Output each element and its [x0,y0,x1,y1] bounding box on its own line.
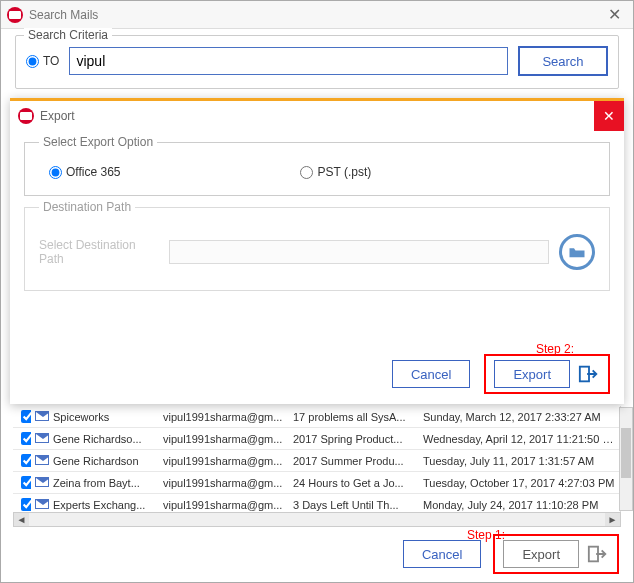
table-row[interactable]: Experts Exchang...vipul1991sharma@gm...3… [13,494,620,513]
office365-label: Office 365 [66,165,120,179]
dialog-titlebar: Export ✕ [10,101,624,131]
table-row[interactable]: Gene Richardsonvipul1991sharma@gm...2017… [13,450,620,472]
scroll-right-icon[interactable]: ► [605,513,620,526]
mail-icon [35,411,49,421]
table-row[interactable]: Gene Richardso...vipul1991sharma@gm...20… [13,428,620,450]
dialog-close-icon[interactable]: ✕ [594,101,624,131]
pst-radio[interactable]: PST (.pst) [300,165,371,179]
cell-to: vipul1991sharma@gm... [159,472,289,494]
cell-subject: 3 Days Left Until Th... [289,494,419,513]
horizontal-scrollbar[interactable]: ◄ ► [13,512,621,527]
window-title: Search Mails [29,8,98,22]
cell-to: vipul1991sharma@gm... [159,494,289,513]
vertical-scrollbar[interactable] [619,407,633,511]
mail-icon [35,477,49,487]
row-checkbox[interactable] [21,498,31,511]
row-checkbox[interactable] [21,410,31,423]
export-icon [587,543,609,565]
app-icon [7,7,23,23]
row-checkbox[interactable] [21,432,31,445]
row-checkbox[interactable] [21,454,31,467]
mail-icon [35,455,49,465]
cell-subject: 2017 Summer Produ... [289,450,419,472]
destination-input[interactable] [169,240,549,264]
cell-from: Experts Exchang... [49,494,159,513]
footer: Cancel Export [1,534,633,574]
cell-date: Tuesday, October 17, 2017 4:27:03 PM [419,472,620,494]
dialog-footer: Cancel Export [392,354,610,394]
mail-icon [35,433,49,443]
destination-label: Select Destination Path [39,238,159,266]
row-checkbox[interactable] [21,476,31,489]
step2-highlight: Export [484,354,610,394]
table-row[interactable]: Zeina from Bayt...vipul1991sharma@gm...2… [13,472,620,494]
criteria-legend: Search Criteria [24,28,112,42]
export-option-group: Select Export Option Office 365 PST (.ps… [24,135,610,196]
cell-subject: 24 Hours to Get a Jo... [289,472,419,494]
cell-from: Zeina from Bayt... [49,472,159,494]
dialog-cancel-button[interactable]: Cancel [392,360,470,388]
cell-date: Tuesday, July 11, 2017 1:31:57 AM [419,450,620,472]
office365-radio[interactable]: Office 365 [49,165,120,179]
export-button[interactable]: Export [503,540,579,568]
dialog-export-button[interactable]: Export [494,360,570,388]
office365-radio-input[interactable] [49,166,62,179]
to-radio-input[interactable] [26,55,39,68]
browse-folder-icon[interactable] [559,234,595,270]
destination-legend: Destination Path [39,200,135,214]
export-dialog: Export ✕ Select Export Option Office 365… [10,98,624,404]
cell-subject: 2017 Spring Product... [289,428,419,450]
cell-to: vipul1991sharma@gm... [159,428,289,450]
step1-highlight: Export [493,534,619,574]
cell-from: Gene Richardso... [49,428,159,450]
cell-subject: 17 problems all SysA... [289,406,419,428]
destination-path-group: Destination Path Select Destination Path [24,200,610,291]
cell-date: Sunday, March 12, 2017 2:33:27 AM [419,406,620,428]
search-button[interactable]: Search [518,46,608,76]
cancel-button[interactable]: Cancel [403,540,481,568]
mail-icon [35,499,49,509]
cell-date: Monday, July 24, 2017 11:10:28 PM [419,494,620,513]
cell-from: Gene Richardson [49,450,159,472]
cell-from: Spiceworks [49,406,159,428]
search-criteria-group: Search Criteria TO Search [15,35,619,89]
table-row[interactable]: Spiceworksvipul1991sharma@gm...17 proble… [13,406,620,428]
cell-to: vipul1991sharma@gm... [159,450,289,472]
pst-radio-input[interactable] [300,166,313,179]
to-radio-label: TO [43,54,59,68]
close-icon[interactable]: ✕ [602,5,627,24]
dialog-title: Export [40,109,75,123]
titlebar: Search Mails ✕ [1,1,633,29]
to-radio[interactable]: TO [26,54,59,68]
scroll-left-icon[interactable]: ◄ [14,513,29,526]
dialog-export-icon [578,363,600,385]
search-input[interactable] [69,47,508,75]
pst-label: PST (.pst) [317,165,371,179]
dialog-app-icon [18,108,34,124]
results-grid: Spiceworksvipul1991sharma@gm...17 proble… [13,406,621,512]
cell-date: Wednesday, April 12, 2017 11:21:50 PM [419,428,620,450]
export-option-legend: Select Export Option [39,135,157,149]
cell-to: vipul1991sharma@gm... [159,406,289,428]
